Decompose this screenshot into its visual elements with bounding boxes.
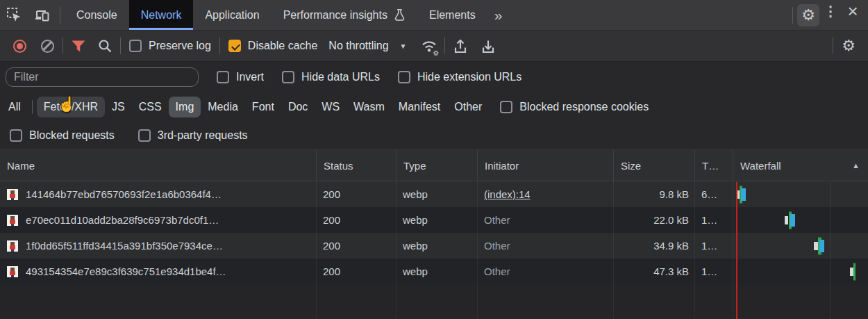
cell-size: 22.0 kB bbox=[613, 207, 694, 233]
image-thumbnail-icon bbox=[7, 189, 18, 200]
more-tabs-button[interactable]: » bbox=[487, 0, 511, 30]
blocked-requests-checkbox[interactable]: Blocked requests bbox=[10, 129, 115, 142]
invert-checkbox[interactable]: Invert bbox=[217, 71, 264, 83]
checkbox-unchecked-icon bbox=[282, 71, 294, 83]
cell-initiator: Other bbox=[477, 233, 613, 259]
export-har-button[interactable] bbox=[477, 35, 499, 57]
divider bbox=[444, 38, 445, 54]
third-party-requests-checkbox[interactable]: 3rd-party requests bbox=[138, 129, 248, 142]
cell-status: 200 bbox=[316, 259, 396, 284]
cell-type: webp bbox=[396, 259, 477, 284]
cell-size: 47.3 kB bbox=[613, 259, 694, 284]
settings-button[interactable]: ⚙ bbox=[797, 4, 819, 26]
filter-chip-js[interactable]: JS bbox=[105, 97, 132, 117]
request-filters-row: Blocked requests 3rd-party requests bbox=[0, 122, 868, 149]
cell-name[interactable]: 1f0dd65f511ffd34415a391bf350e7934ce… bbox=[0, 233, 316, 259]
checkbox-checked-icon bbox=[228, 40, 241, 52]
flask-icon bbox=[394, 8, 406, 22]
image-thumbnail-icon bbox=[7, 266, 18, 277]
disable-cache-label: Disable cache bbox=[248, 40, 318, 52]
filter-chip-media[interactable]: Media bbox=[201, 97, 245, 117]
waterfall-bar-waiting bbox=[853, 263, 856, 280]
cell-name[interactable]: e70ec011d10add2ba28f9c6973b7dc0f1… bbox=[0, 207, 316, 233]
initiator-text: Other bbox=[484, 265, 510, 277]
cell-time: 6… bbox=[694, 181, 733, 207]
filter-chip-all[interactable]: All bbox=[1, 97, 28, 117]
filter-chip-doc[interactable]: Doc bbox=[281, 97, 315, 117]
tab-console[interactable]: Console bbox=[65, 0, 129, 30]
close-devtools-button[interactable]: × bbox=[842, 0, 864, 22]
throttling-select[interactable]: No throttling ▼ bbox=[328, 40, 406, 52]
checkbox-unchecked-icon bbox=[398, 71, 410, 83]
filter-chip-img[interactable]: Img bbox=[169, 97, 201, 117]
cell-type: webp bbox=[396, 207, 477, 233]
filter-toggle-button[interactable] bbox=[67, 35, 90, 57]
cell-waterfall bbox=[733, 233, 868, 259]
filter-chip-wasm[interactable]: Wasm bbox=[347, 97, 392, 117]
filter-row: Invert Hide data URLs Hide extension URL… bbox=[0, 62, 868, 92]
column-header-type[interactable]: Type bbox=[396, 150, 477, 181]
main-menu-button[interactable]: ⋮ bbox=[819, 0, 842, 22]
inspect-element-button[interactable] bbox=[0, 0, 28, 30]
column-header-initiator[interactable]: Initiator bbox=[477, 150, 613, 181]
network-conditions-button[interactable]: ⚙ bbox=[418, 35, 440, 57]
preserve-log-checkbox[interactable]: Preserve log bbox=[129, 40, 211, 52]
cell-name[interactable]: 141464b77ebd76570693f2e1a6b0364f4… bbox=[0, 181, 316, 207]
column-label: Size bbox=[621, 160, 641, 172]
column-header-time[interactable]: T… bbox=[694, 150, 733, 181]
column-label: T… bbox=[702, 160, 719, 172]
tab-label: Console bbox=[76, 9, 117, 22]
filter-chip-fetch-xhr[interactable]: Fetch/XHR bbox=[37, 97, 105, 117]
import-har-button[interactable] bbox=[449, 35, 471, 57]
tab-performance-insights[interactable]: Performance insights bbox=[272, 0, 417, 30]
column-label: Type bbox=[403, 160, 426, 172]
tab-label: Performance insights bbox=[283, 9, 387, 22]
divider bbox=[32, 100, 33, 114]
search-button[interactable] bbox=[94, 35, 116, 57]
cell-time: 1… bbox=[694, 259, 733, 284]
preserve-log-label: Preserve log bbox=[149, 40, 211, 52]
column-header-name[interactable]: Name bbox=[0, 150, 316, 181]
cell-name[interactable]: 493154354e7e89c3f639c751e934d1be4f… bbox=[0, 259, 316, 284]
column-label: Initiator bbox=[485, 160, 519, 172]
tab-elements[interactable]: Elements bbox=[417, 0, 487, 30]
network-settings-button[interactable]: ⚙ bbox=[837, 35, 860, 57]
column-header-size[interactable]: Size bbox=[613, 150, 694, 181]
hide-extension-urls-checkbox[interactable]: Hide extension URLs bbox=[398, 71, 521, 83]
invert-label: Invert bbox=[236, 71, 264, 83]
disable-cache-checkbox[interactable]: Disable cache bbox=[228, 40, 318, 52]
device-toolbar-button[interactable] bbox=[28, 0, 56, 30]
waterfall-bar-download bbox=[790, 214, 795, 227]
filter-chip-other[interactable]: Other bbox=[447, 97, 489, 117]
table-row[interactable]: 141464b77ebd76570693f2e1a6b0364f4…200web… bbox=[0, 181, 868, 207]
table-row[interactable]: 493154354e7e89c3f639c751e934d1be4f…200we… bbox=[0, 259, 868, 284]
table-row[interactable]: 1f0dd65f511ffd34415a391bf350e7934ce…200w… bbox=[0, 233, 868, 259]
tab-label: Elements bbox=[429, 9, 476, 22]
column-header-waterfall[interactable]: Waterfall ▲ bbox=[733, 150, 868, 181]
clear-network-log-button[interactable] bbox=[36, 35, 58, 57]
blocked-response-cookies-checkbox[interactable]: Blocked response cookies bbox=[500, 101, 649, 113]
devtools-tab-bar: Console Network Application Performance … bbox=[0, 0, 868, 31]
record-network-log-button[interactable] bbox=[8, 35, 31, 57]
filter-input[interactable] bbox=[6, 67, 199, 87]
filter-chip-manifest[interactable]: Manifest bbox=[392, 97, 447, 117]
filter-chip-ws[interactable]: WS bbox=[315, 97, 347, 117]
tab-network[interactable]: Network bbox=[129, 0, 194, 30]
cell-size: 34.9 kB bbox=[613, 233, 694, 259]
waterfall-bar-download bbox=[741, 188, 746, 201]
cell-status: 200 bbox=[316, 233, 396, 259]
close-icon: × bbox=[847, 1, 858, 22]
checkbox-unchecked-icon bbox=[217, 71, 229, 83]
filter-chip-font[interactable]: Font bbox=[245, 97, 281, 117]
tab-label: Network bbox=[141, 9, 182, 22]
waterfall-bar-stalled bbox=[785, 216, 788, 224]
initiator-link[interactable]: (index):14 bbox=[484, 188, 531, 200]
hide-data-urls-checkbox[interactable]: Hide data URLs bbox=[282, 71, 380, 83]
tab-application[interactable]: Application bbox=[193, 0, 271, 30]
gear-icon: ⚙ bbox=[801, 8, 815, 23]
column-header-status[interactable]: Status bbox=[316, 150, 396, 181]
table-row[interactable]: e70ec011d10add2ba28f9c6973b7dc0f1…200web… bbox=[0, 207, 868, 233]
cell-size: 9.8 kB bbox=[613, 181, 694, 207]
filter-chip-css[interactable]: CSS bbox=[132, 97, 169, 117]
cell-status: 200 bbox=[316, 207, 396, 233]
